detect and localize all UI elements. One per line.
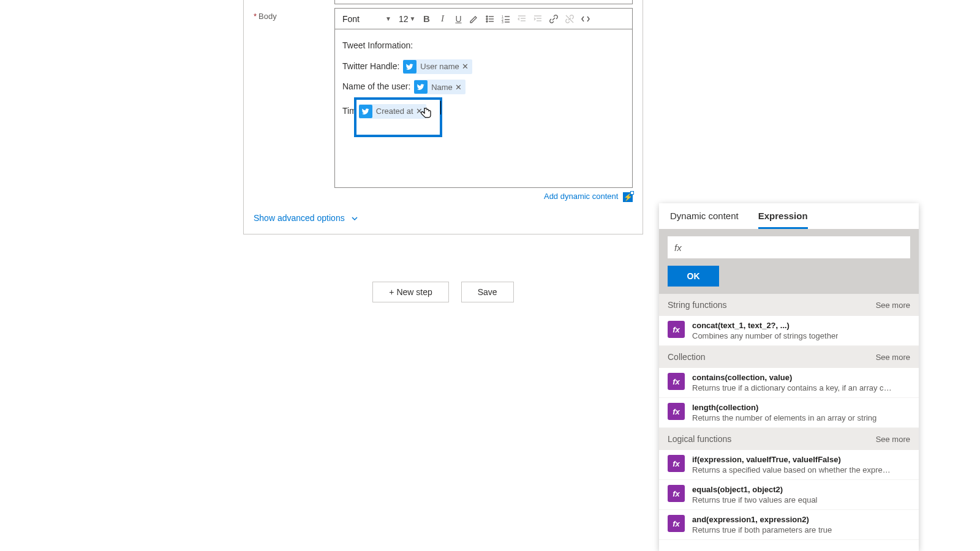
function-item[interactable]: fxlength(collection)Returns the number o… xyxy=(659,398,919,428)
flyout-tabs: Dynamic content Expression xyxy=(659,203,919,229)
editor-line-1: Tweet Information: xyxy=(342,36,625,56)
rich-text-toolbar: Font ▼ 12 ▼ B I U 123 xyxy=(334,8,633,29)
bold-button[interactable]: B xyxy=(419,12,434,26)
svg-point-4 xyxy=(486,21,488,22)
token-label: User name xyxy=(420,57,459,76)
tab-expression[interactable]: Expression xyxy=(758,211,808,229)
see-more-link[interactable]: See more xyxy=(876,353,910,362)
expression-input[interactable]: fx xyxy=(668,236,910,258)
font-size-value: 12 xyxy=(399,14,409,24)
fx-icon: fx xyxy=(668,373,685,390)
token-label: Created at xyxy=(376,102,413,121)
save-button[interactable]: Save xyxy=(461,282,514,302)
selected-token-box: Created at ✕ xyxy=(354,97,442,138)
font-size-dropdown[interactable]: 12 ▼ xyxy=(396,13,418,25)
add-dynamic-content-link[interactable]: Add dynamic content ⚡ xyxy=(544,192,633,201)
link-icon[interactable] xyxy=(546,12,561,26)
show-advanced-options-link[interactable]: Show advanced options xyxy=(254,213,358,223)
function-list[interactable]: String functionsSee morefxconcat(text_1,… xyxy=(659,294,919,551)
svg-point-0 xyxy=(486,16,488,17)
twitter-icon xyxy=(414,80,428,94)
function-item[interactable]: fxand(expression1, expression2)Returns t… xyxy=(659,510,919,540)
editor-line-3: Name of the user: Name ✕ xyxy=(342,77,625,97)
subject-input[interactable]: Someone has mentioned Power Automate on … xyxy=(334,0,633,4)
highlight-icon[interactable] xyxy=(467,12,481,26)
expression-entry-area: fx OK xyxy=(659,229,919,294)
close-icon[interactable]: ✕ xyxy=(416,102,423,121)
expression-flyout: Dynamic content Expression fx OK String … xyxy=(659,203,919,551)
function-signature: equals(object1, object2) xyxy=(692,485,818,494)
fx-icon: fx xyxy=(668,403,685,420)
italic-button[interactable]: I xyxy=(435,12,450,26)
svg-point-2 xyxy=(486,18,488,20)
section-title: String functions xyxy=(668,300,727,310)
twitter-icon xyxy=(359,105,372,118)
close-icon[interactable]: ✕ xyxy=(462,57,469,76)
fx-icon: fx xyxy=(668,455,685,472)
ok-button[interactable]: OK xyxy=(668,266,719,287)
indent-icon[interactable] xyxy=(530,12,545,26)
function-description: Returns true if a dictionary contains a … xyxy=(692,383,894,392)
function-signature: if(expression, valueIfTrue, valueIfFalse… xyxy=(692,455,894,464)
add-dynamic-content-row: Add dynamic content ⚡ xyxy=(244,188,643,202)
function-description: Returns a specified value based on wheth… xyxy=(692,465,894,474)
close-icon[interactable]: ✕ xyxy=(455,78,462,97)
body-editor-row: Tweet Information: Twitter Handle: User … xyxy=(244,29,643,188)
bullets-icon[interactable] xyxy=(483,12,497,26)
editor-line-2: Twitter Handle: User name ✕ xyxy=(342,56,625,77)
function-item[interactable]: fxif(expression, valueIfTrue, valueIfFal… xyxy=(659,450,919,480)
subject-row: Subject Someone has mentioned Power Auto… xyxy=(244,0,643,4)
fx-icon: fx xyxy=(668,321,685,338)
function-item[interactable]: fxequals(object1, object2)Returns true i… xyxy=(659,480,919,510)
underline-button[interactable]: U xyxy=(451,12,466,26)
tab-dynamic-content[interactable]: Dynamic content xyxy=(670,211,739,229)
fx-icon: fx xyxy=(668,515,685,532)
token-user-name[interactable]: User name ✕ xyxy=(403,59,472,74)
unlink-icon[interactable] xyxy=(562,12,577,26)
token-created-at[interactable]: Created at ✕ xyxy=(359,104,426,119)
body-label: Body xyxy=(254,8,334,21)
advanced-options-row: Show advanced options xyxy=(244,202,643,225)
function-signature: length(collection) xyxy=(692,403,876,412)
fx-icon: fx xyxy=(668,485,685,502)
code-view-icon[interactable] xyxy=(578,12,593,26)
font-dropdown-label: Font xyxy=(342,14,360,24)
chevron-down-icon xyxy=(351,215,358,222)
text-caret xyxy=(440,101,441,114)
function-description: Combines any number of strings together xyxy=(692,331,838,340)
chevron-down-icon: ▼ xyxy=(385,15,391,22)
numbering-icon[interactable]: 123 xyxy=(499,12,513,26)
designer-footer: + New step Save xyxy=(243,282,643,302)
section-title: Collection xyxy=(668,352,705,362)
twitter-icon xyxy=(403,60,417,73)
new-step-button[interactable]: + New step xyxy=(372,282,448,302)
token-name[interactable]: Name ✕ xyxy=(414,80,466,94)
section-header: Logical functionsSee more xyxy=(659,428,919,450)
section-header: CollectionSee more xyxy=(659,346,919,368)
function-signature: concat(text_1, text_2?, ...) xyxy=(692,321,838,330)
editor-line-4: Tim Created at ✕ xyxy=(342,97,625,138)
section-title: Logical functions xyxy=(668,434,731,444)
body-editor[interactable]: Tweet Information: Twitter Handle: User … xyxy=(334,29,633,188)
function-description: Returns true if two values are equal xyxy=(692,495,818,504)
fx-icon: fx xyxy=(674,242,682,253)
dynamic-content-icon: ⚡ xyxy=(623,192,633,202)
function-signature: contains(collection, value) xyxy=(692,373,894,382)
email-action-card: Subject Someone has mentioned Power Auto… xyxy=(243,0,643,234)
function-description: Returns true if both parameters are true xyxy=(692,525,832,534)
body-row-toolbar: Body Font ▼ 12 ▼ B I U 123 xyxy=(244,4,643,29)
outdent-icon[interactable] xyxy=(514,12,529,26)
see-more-link[interactable]: See more xyxy=(876,301,910,310)
font-dropdown[interactable]: Font ▼ xyxy=(339,13,395,25)
function-signature: and(expression1, expression2) xyxy=(692,515,832,524)
token-label: Name xyxy=(431,78,453,97)
section-header: String functionsSee more xyxy=(659,294,919,316)
function-item[interactable]: fxconcat(text_1, text_2?, ...)Combines a… xyxy=(659,316,919,346)
svg-text:3: 3 xyxy=(502,20,503,24)
chevron-down-icon: ▼ xyxy=(410,15,416,22)
see-more-link[interactable]: See more xyxy=(876,435,910,444)
function-item[interactable]: fxcontains(collection, value)Returns tru… xyxy=(659,368,919,398)
function-description: Returns the number of elements in an arr… xyxy=(692,413,876,422)
